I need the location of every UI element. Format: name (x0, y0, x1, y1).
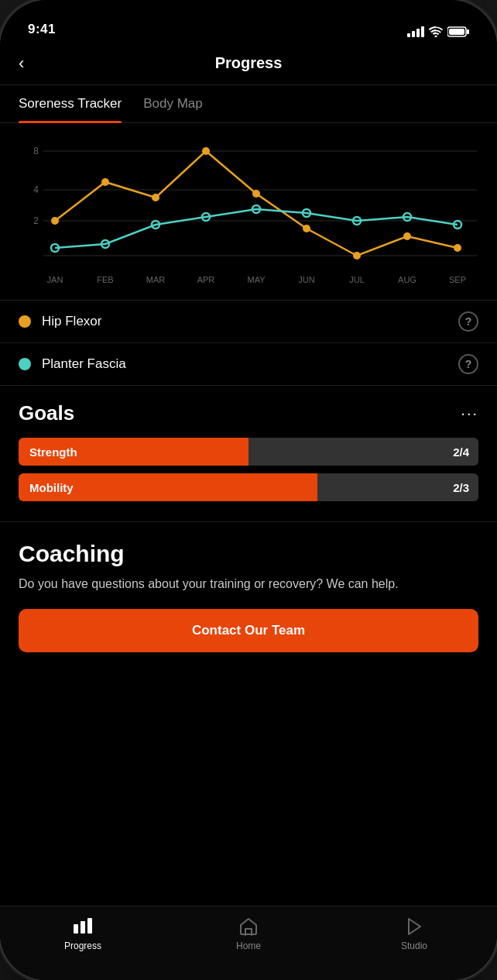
tab-bar: Soreness Tracker Body Map (0, 85, 497, 123)
strength-bar-bg: Strength 2/4 (19, 438, 478, 466)
svg-point-20 (101, 178, 109, 186)
planter-fascia-label: Planter Fascia (42, 356, 126, 372)
mobility-bar-bg: Mobility 2/3 (19, 473, 478, 501)
bottom-nav: Progress Home Studio (0, 906, 497, 980)
phone-shell: 9:41 ‹ Progress (0, 0, 497, 980)
planter-fascia-dot (19, 358, 31, 370)
planter-fascia-help-icon[interactable]: ? (458, 354, 478, 374)
svg-rect-37 (74, 924, 78, 934)
hip-flexor-label: Hip Flexor (42, 314, 101, 329)
svg-point-23 (252, 190, 260, 198)
notch (187, 0, 310, 25)
svg-point-24 (303, 225, 310, 232)
svg-rect-38 (81, 921, 85, 934)
mobility-goal-row: Mobility 2/3 (19, 473, 478, 501)
nav-item-home[interactable]: Home (166, 916, 331, 951)
page-header: ‹ Progress (0, 42, 497, 85)
contact-team-button[interactable]: Contact Our Team (19, 609, 478, 652)
home-icon (238, 916, 259, 937)
svg-text:JUN: JUN (298, 275, 314, 284)
svg-text:2: 2 (33, 215, 39, 226)
legend-item-hip-flexor: Hip Flexor ? (0, 301, 497, 343)
svg-point-21 (152, 194, 159, 201)
goals-title: Goals (19, 401, 74, 425)
goals-header: Goals ··· (19, 401, 478, 425)
strength-bar-fill: Strength (19, 438, 248, 466)
svg-text:APR: APR (197, 275, 215, 284)
svg-point-22 (202, 147, 210, 155)
coaching-description: Do you have questions about your trainin… (19, 575, 478, 593)
status-time: 9:41 (28, 22, 56, 37)
svg-text:4: 4 (33, 184, 39, 195)
strength-bar-label: Strength (29, 445, 77, 459)
svg-point-19 (51, 217, 59, 225)
nav-item-progress[interactable]: Progress (0, 916, 166, 951)
svg-text:JUL: JUL (349, 275, 365, 284)
goals-more-button[interactable]: ··· (461, 404, 478, 422)
back-button[interactable]: ‹ (19, 53, 24, 74)
goals-section: Goals ··· Strength 2/4 (0, 386, 497, 521)
svg-point-27 (454, 244, 461, 252)
phone-screen: 9:41 ‹ Progress (0, 0, 497, 980)
nav-item-studio[interactable]: Studio (331, 916, 497, 951)
hip-flexor-dot (19, 315, 31, 328)
nav-home-label: Home (236, 940, 261, 951)
tab-soreness-tracker[interactable]: Soreness Tracker (19, 85, 122, 122)
battery-icon (447, 26, 469, 37)
svg-marker-40 (409, 919, 420, 934)
svg-point-25 (353, 252, 361, 260)
svg-rect-39 (87, 918, 92, 934)
svg-text:SEP: SEP (449, 275, 466, 284)
chart-container: 8 4 2 JAN FEB MAR APR MAY JUN JUL AUG SE… (0, 123, 497, 294)
svg-rect-1 (467, 29, 469, 34)
nav-progress-label: Progress (64, 940, 101, 951)
svg-text:MAY: MAY (247, 275, 266, 284)
page-title: Progress (215, 54, 283, 72)
chart-legend: Hip Flexor ? Planter Fascia ? (0, 300, 497, 386)
wifi-icon (429, 26, 443, 37)
coaching-title: Coaching (19, 541, 478, 567)
svg-text:AUG: AUG (398, 275, 416, 284)
soreness-chart: 8 4 2 JAN FEB MAR APR MAY JUN JUL AUG SE… (15, 136, 482, 291)
bar-chart-icon (72, 916, 94, 937)
hip-flexor-help-icon[interactable]: ? (458, 311, 478, 332)
strength-goal-count: 2/4 (453, 445, 469, 459)
status-icons (407, 26, 469, 37)
svg-text:8: 8 (33, 146, 39, 156)
signal-bars-icon (407, 26, 424, 37)
main-scroll: 8 4 2 JAN FEB MAR APR MAY JUN JUL AUG SE… (0, 123, 497, 906)
svg-text:FEB: FEB (97, 275, 113, 284)
svg-rect-2 (449, 29, 464, 35)
nav-studio-label: Studio (401, 940, 427, 951)
svg-text:JAN: JAN (47, 275, 63, 284)
mobility-bar-label: Mobility (29, 481, 74, 494)
svg-point-26 (403, 232, 411, 240)
svg-text:MAR: MAR (146, 275, 166, 284)
legend-item-planter-fascia: Planter Fascia ? (0, 343, 497, 385)
tab-body-map[interactable]: Body Map (143, 85, 203, 122)
mobility-bar-fill: Mobility (19, 473, 317, 501)
play-icon (403, 916, 425, 937)
mobility-goal-count: 2/3 (453, 481, 469, 494)
coaching-section: Coaching Do you have questions about you… (0, 522, 497, 668)
strength-goal-row: Strength 2/4 (19, 438, 478, 466)
